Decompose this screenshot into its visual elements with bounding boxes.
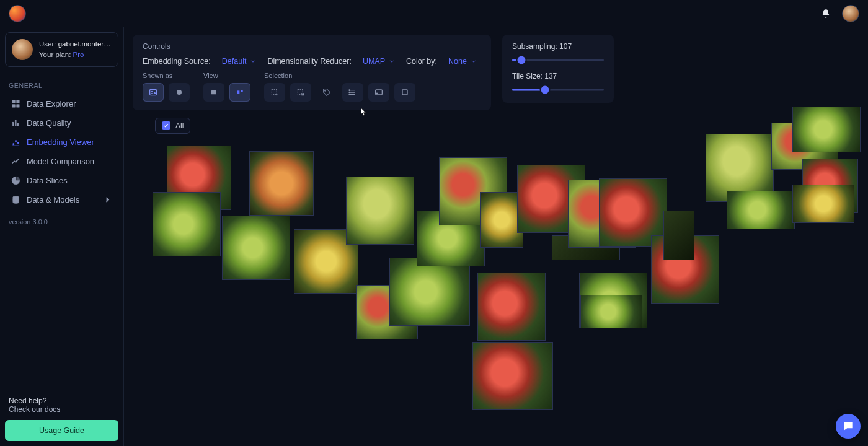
view-single-button[interactable] <box>203 83 224 102</box>
user-avatar[interactable] <box>842 5 859 22</box>
sidebar-item-label: Data & Models <box>27 195 79 204</box>
svg-point-12 <box>151 91 153 92</box>
notifications-icon[interactable] <box>821 9 831 19</box>
tile-size-slider[interactable] <box>512 85 604 94</box>
help-title: Need help? <box>9 396 115 405</box>
sliders-panel: Subsampling: 107 Tile Size: 137 <box>502 35 614 103</box>
tag-icon <box>322 87 332 97</box>
sidebar-item-embedding-viewer[interactable]: Embedding Viewer <box>5 133 118 152</box>
embedding-tile[interactable] <box>222 216 290 280</box>
tag-button[interactable] <box>316 83 337 102</box>
svg-point-7 <box>13 143 15 145</box>
help-subtitle: Check our docs <box>9 405 115 414</box>
svg-rect-17 <box>272 89 277 94</box>
svg-rect-6 <box>17 123 19 126</box>
embedding-tile[interactable] <box>792 107 861 152</box>
embedding-tile[interactable] <box>477 273 546 341</box>
topbar <box>0 0 868 27</box>
split-icon <box>235 87 245 97</box>
usage-guide-button[interactable]: Usage Guide <box>5 420 118 441</box>
scatter-icon <box>11 138 20 147</box>
svg-rect-24 <box>402 90 407 95</box>
list-button[interactable] <box>342 83 363 102</box>
chat-help-button[interactable] <box>836 414 861 439</box>
svg-rect-5 <box>15 120 16 126</box>
square-filled-icon <box>209 87 219 97</box>
svg-point-8 <box>15 140 17 142</box>
svg-point-20 <box>349 90 350 90</box>
sidebar-item-data-slices[interactable]: Data Slices <box>5 171 118 190</box>
shown-as-label: Shown as <box>143 72 190 79</box>
chevron-right-icon <box>103 195 112 204</box>
dim-reducer-dropdown[interactable]: UMAP <box>363 57 395 66</box>
circle-icon <box>174 87 184 97</box>
chevron-down-icon <box>389 58 395 64</box>
sidebar-item-model-comparison[interactable]: Model Comparison <box>5 152 118 171</box>
svg-rect-16 <box>241 90 242 92</box>
shown-as-point-button[interactable] <box>169 83 190 102</box>
embedding-tile[interactable] <box>727 191 795 229</box>
pie-icon <box>11 176 20 185</box>
chat-icon <box>842 420 854 432</box>
view-split-button[interactable] <box>229 83 250 102</box>
embedding-tile[interactable] <box>389 258 470 326</box>
selection-add-button[interactable] <box>264 83 285 102</box>
svg-rect-14 <box>211 90 216 95</box>
image-icon <box>148 87 158 97</box>
list-icon <box>348 87 358 97</box>
svg-rect-3 <box>17 105 19 107</box>
shown-as-image-button[interactable] <box>143 83 164 102</box>
color-by-label: Color by: <box>406 57 437 66</box>
embedding-tile[interactable] <box>792 185 854 223</box>
sidebar-item-data-quality[interactable]: Data Quality <box>5 113 118 133</box>
selection-pointer-button[interactable] <box>290 83 311 102</box>
svg-rect-0 <box>12 100 15 103</box>
user-plan-line: Your plan: Pro <box>39 50 111 60</box>
sidebar-item-data-models[interactable]: Data & Models <box>5 190 118 209</box>
chevron-down-icon <box>250 58 256 64</box>
chevron-down-icon <box>471 58 477 64</box>
outline-button[interactable] <box>394 83 415 102</box>
sidebar-item-label: Embedding Viewer <box>27 138 94 147</box>
embedding-source-dropdown[interactable]: Default <box>222 57 257 66</box>
embedding-tile[interactable] <box>663 211 694 260</box>
embedding-source-label: Embedding Source: <box>143 57 211 66</box>
controls-title: Controls <box>143 42 481 51</box>
square-outline-icon <box>400 87 410 97</box>
embedding-tile[interactable] <box>346 177 414 245</box>
sidebar-item-label: Data Slices <box>27 176 68 185</box>
embedding-canvas[interactable]: All <box>133 112 868 446</box>
stack-icon <box>11 195 20 204</box>
svg-rect-2 <box>12 105 15 107</box>
app-logo[interactable] <box>9 5 26 22</box>
embedding-tile[interactable] <box>472 342 553 410</box>
embedding-tile[interactable] <box>580 295 642 328</box>
svg-point-19 <box>325 90 326 92</box>
svg-rect-23 <box>376 90 383 95</box>
all-filter-chip[interactable]: All <box>155 118 190 134</box>
checkbox-checked-icon <box>162 121 170 130</box>
card-button[interactable] <box>368 83 389 102</box>
sidebar-section-label: GENERAL <box>9 82 115 89</box>
svg-point-9 <box>17 142 19 144</box>
grid-icon <box>11 99 20 108</box>
sidebar-item-label: Model Comparison <box>27 157 94 166</box>
user-card[interactable]: User: gabriel.monter… Your plan: Pro <box>5 32 118 67</box>
subsampling-label: Subsampling: 107 <box>512 42 604 51</box>
selection-label: Selection <box>264 72 415 79</box>
svg-point-22 <box>349 94 350 95</box>
svg-rect-1 <box>17 100 19 103</box>
svg-point-13 <box>177 90 182 95</box>
help-block: Need help? Check our docs <box>5 396 118 420</box>
select-add-icon <box>270 87 280 97</box>
color-by-dropdown[interactable]: None <box>448 57 477 66</box>
tile-size-label: Tile Size: 137 <box>512 72 604 81</box>
user-name-line: User: gabriel.monter… <box>39 39 111 50</box>
embedding-tile[interactable] <box>153 192 221 256</box>
subsampling-slider[interactable] <box>512 56 604 64</box>
embedding-tile[interactable] <box>249 151 314 216</box>
sidebar-item-data-explorer[interactable]: Data Explorer <box>5 94 118 113</box>
svg-rect-15 <box>237 90 239 94</box>
bars-icon <box>11 118 20 128</box>
svg-rect-4 <box>13 122 14 126</box>
